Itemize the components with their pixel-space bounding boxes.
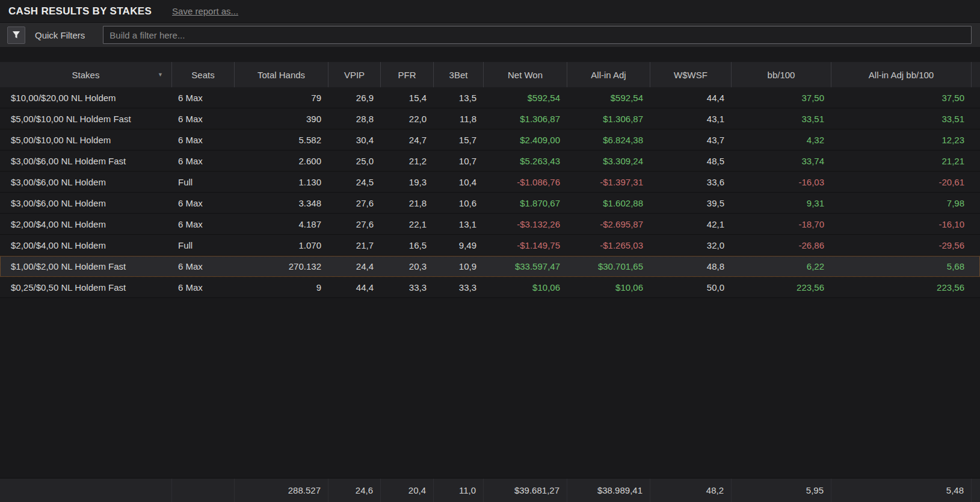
cell-seats: 6 Max: [172, 277, 235, 297]
column-header-all-in-adj[interactable]: All-in Adj: [567, 62, 650, 87]
cell-pfr: 21,8: [381, 193, 434, 213]
cell-bb100: 6,22: [732, 256, 831, 276]
column-header-vpip[interactable]: VPIP: [328, 62, 381, 87]
quick-filters-label: Quick Filters: [35, 30, 85, 40]
cell-wwsf: 32,0: [650, 235, 732, 255]
cell-all-in-adj-bb100: -20,61: [831, 172, 972, 192]
cell-wwsf: 43,7: [650, 129, 732, 150]
cell-all-in-adj-bb100: 223,56: [831, 277, 972, 297]
total-bb100: 5,95: [732, 479, 831, 502]
table-row[interactable]: $10,00/$20,00 NL Holdem6 Max7926,915,413…: [0, 87, 980, 108]
cell-all-in-adj: $10,06: [567, 277, 650, 297]
column-header-label: VPIP: [344, 70, 365, 80]
cell-all-in-adj-bb100: -29,56: [831, 235, 972, 255]
cell-net-won: -$1.149,75: [484, 235, 567, 255]
cell-pfr: 19,3: [381, 172, 434, 192]
funnel-icon: [12, 31, 20, 39]
cell-total-hands: 4.187: [235, 214, 328, 234]
column-header-label: PFR: [398, 70, 416, 80]
table-row-selected[interactable]: $1,00/$2,00 NL Holdem Fast6 Max270.13224…: [0, 256, 980, 277]
column-header-stakes[interactable]: Stakes▼: [0, 62, 172, 87]
cell-all-in-adj: -$2.695,87: [567, 214, 650, 234]
save-report-link[interactable]: Save report as...: [172, 6, 238, 16]
cell-all-in-adj-bb100: 7,98: [831, 193, 972, 213]
title-bar: CASH RESULTS BY STAKES Save report as...: [0, 0, 980, 22]
cell-all-in-adj-bb100: 33,51: [831, 108, 972, 129]
table-row[interactable]: $3,00/$6,00 NL HoldemFull1.13024,519,310…: [0, 172, 980, 193]
cell-three-bet: 10,4: [434, 172, 484, 192]
cell-stakes: $3,00/$6,00 NL Holdem Fast: [0, 150, 172, 171]
cell-vpip: 44,4: [328, 277, 381, 297]
column-header-bb100[interactable]: bb/100: [732, 62, 831, 87]
cell-total-hands: 1.130: [235, 172, 328, 192]
table-row[interactable]: $3,00/$6,00 NL Holdem Fast6 Max2.60025,0…: [0, 150, 980, 172]
cell-stakes: $5,00/$10,00 NL Holdem: [0, 129, 172, 150]
toolbar-grid-gap: [0, 47, 980, 62]
cell-bb100: 9,31: [732, 193, 831, 213]
cell-stakes: $10,00/$20,00 NL Holdem: [0, 87, 172, 108]
column-header-net-won[interactable]: Net Won: [484, 62, 567, 87]
cell-vpip: 24,4: [328, 256, 381, 276]
cell-bb100: -18,70: [732, 214, 831, 234]
cash-results-window: CASH RESULTS BY STAKES Save report as...…: [0, 0, 980, 502]
cell-stakes: $3,00/$6,00 NL Holdem: [0, 193, 172, 213]
cell-all-in-adj: $1.306,87: [567, 108, 650, 129]
totals-row: 288.52724,620,411,0$39.681,27$38.989,414…: [0, 478, 980, 502]
cell-wwsf: 43,1: [650, 108, 732, 129]
column-header-all-in-adj-bb100[interactable]: All-in Adj bb/100: [831, 62, 972, 87]
column-header-seats[interactable]: Seats: [172, 62, 235, 87]
column-header-pfr[interactable]: PFR: [381, 62, 434, 87]
cell-stakes: $5,00/$10,00 NL Holdem Fast: [0, 108, 172, 129]
cell-bb100: -16,03: [732, 172, 831, 192]
cell-bb100: 33,74: [732, 150, 831, 171]
cell-net-won: $1.870,67: [484, 193, 567, 213]
total-stakes: [0, 479, 172, 502]
cell-all-in-adj-bb100: 37,50: [831, 87, 972, 108]
total-all-in-adj: $38.989,41: [567, 479, 650, 502]
page-title: CASH RESULTS BY STAKES: [8, 5, 152, 17]
total-net-won: $39.681,27: [484, 479, 567, 502]
cell-vpip: 21,7: [328, 235, 381, 255]
totals-filler: [972, 479, 980, 502]
cell-stakes: $2,00/$4,00 NL Holdem: [0, 214, 172, 234]
cell-total-hands: 3.348: [235, 193, 328, 213]
cell-three-bet: 10,7: [434, 150, 484, 171]
cell-all-in-adj-bb100: 5,68: [831, 256, 972, 276]
table-row[interactable]: $5,00/$10,00 NL Holdem Fast6 Max39028,82…: [0, 108, 980, 129]
cell-three-bet: 15,7: [434, 129, 484, 150]
column-header-three-bet[interactable]: 3Bet: [434, 62, 484, 87]
column-header-label: Total Hands: [257, 70, 305, 80]
cell-all-in-adj-bb100: 21,21: [831, 150, 972, 171]
cell-all-in-adj: -$1.397,31: [567, 172, 650, 192]
table-row[interactable]: $2,00/$4,00 NL Holdem6 Max4.18727,622,11…: [0, 214, 980, 235]
column-header-total-hands[interactable]: Total Hands: [235, 62, 328, 87]
cell-wwsf: 48,5: [650, 150, 732, 171]
cell-pfr: 22,1: [381, 214, 434, 234]
column-header-label: All-in Adj: [591, 70, 626, 80]
cell-total-hands: 9: [235, 277, 328, 297]
cell-vpip: 27,6: [328, 193, 381, 213]
cell-pfr: 21,2: [381, 150, 434, 171]
chevron-down-icon[interactable]: ▼: [158, 72, 163, 78]
quick-filters-button[interactable]: [7, 26, 25, 44]
total-three-bet: 11,0: [434, 479, 484, 502]
total-all-in-adj-bb100: 5,48: [831, 479, 972, 502]
total-vpip: 24,6: [328, 479, 381, 502]
cell-net-won: $10,06: [484, 277, 567, 297]
cell-vpip: 26,9: [328, 87, 381, 108]
cell-wwsf: 33,6: [650, 172, 732, 192]
cell-pfr: 24,7: [381, 129, 434, 150]
cell-total-hands: 1.070: [235, 235, 328, 255]
cell-seats: 6 Max: [172, 214, 235, 234]
column-header-wwsf[interactable]: W$WSF: [650, 62, 732, 87]
cell-net-won: $5.263,43: [484, 150, 567, 171]
table-row[interactable]: $5,00/$10,00 NL Holdem6 Max5.58230,424,7…: [0, 129, 980, 150]
cell-vpip: 28,8: [328, 108, 381, 129]
table-row[interactable]: $3,00/$6,00 NL Holdem6 Max3.34827,621,81…: [0, 193, 980, 214]
cell-three-bet: 13,5: [434, 87, 484, 108]
filter-builder-input[interactable]: [103, 26, 972, 44]
table-row[interactable]: $0,25/$0,50 NL Holdem Fast6 Max944,433,3…: [0, 277, 980, 298]
table-row[interactable]: $2,00/$4,00 NL HoldemFull1.07021,716,59,…: [0, 235, 980, 256]
cell-wwsf: 39,5: [650, 193, 732, 213]
total-seats: [172, 479, 235, 502]
